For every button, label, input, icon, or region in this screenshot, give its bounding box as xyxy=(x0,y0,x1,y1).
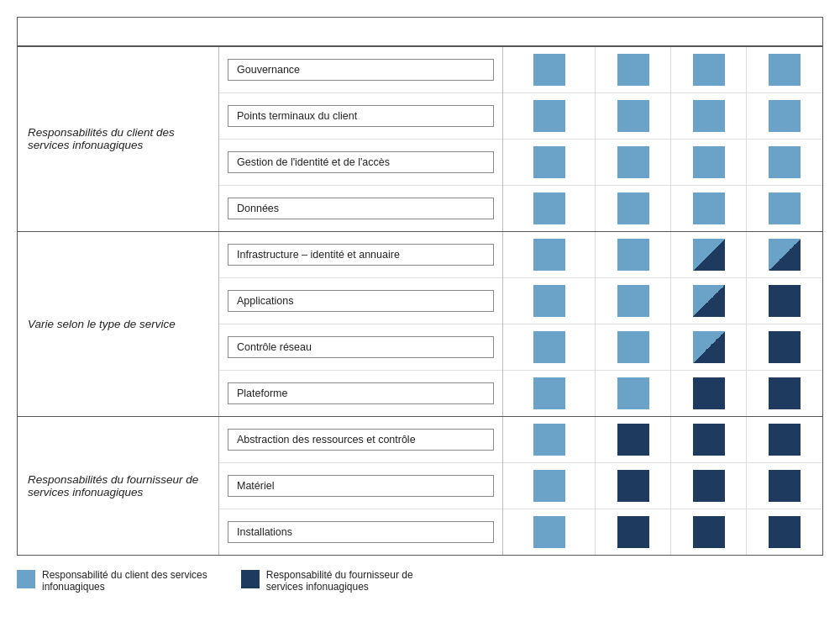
header-ti-col xyxy=(503,18,596,45)
header-iaas-col xyxy=(596,18,671,45)
square-row xyxy=(747,324,822,371)
legend-square-lb xyxy=(17,570,35,588)
square-row xyxy=(596,47,670,93)
sq-col-paas xyxy=(671,417,747,555)
section-varies-by-service: Varie selon le type de serviceInfrastruc… xyxy=(18,231,822,416)
item-label-box: Installations xyxy=(228,521,494,543)
list-item: Matériel xyxy=(219,463,502,509)
square-row xyxy=(747,417,822,463)
square-light-blue xyxy=(617,146,649,178)
square-row xyxy=(503,278,595,324)
square-light-blue xyxy=(769,54,801,86)
square-row xyxy=(503,463,595,509)
list-item: Gestion de l'identité et de l'accès xyxy=(219,140,502,186)
sq-col-iaas xyxy=(596,47,671,231)
legend-label: Responsabilité du client des servicesinf… xyxy=(42,569,207,593)
square-light-blue xyxy=(617,331,649,363)
square-row xyxy=(671,47,746,93)
square-row xyxy=(671,371,746,416)
square-light-blue xyxy=(533,516,565,548)
section-client-responsibilities: Responsabilités du client des services i… xyxy=(18,46,822,231)
square-light-blue xyxy=(617,192,649,224)
square-light-blue xyxy=(533,192,565,224)
square-dark-blue xyxy=(769,470,801,502)
square-row xyxy=(503,232,595,278)
square-dark-blue xyxy=(693,516,725,548)
square-dark-blue xyxy=(769,331,801,363)
square-row xyxy=(503,324,595,371)
list-item: Contrôle réseau xyxy=(219,324,502,371)
square-row xyxy=(596,509,670,555)
sq-col-ti xyxy=(503,232,596,416)
square-row xyxy=(671,93,746,140)
list-item: Applications xyxy=(219,278,502,324)
header-paas-col xyxy=(671,18,747,45)
square-light-blue xyxy=(617,285,649,317)
square-row xyxy=(503,93,595,140)
header-saas-col xyxy=(747,18,822,45)
square-dark-blue xyxy=(769,377,801,409)
square-row xyxy=(671,417,746,463)
square-dark-blue xyxy=(617,516,649,548)
square-light-blue xyxy=(769,146,801,178)
square-row xyxy=(747,47,822,93)
square-light-blue xyxy=(693,146,725,178)
square-row xyxy=(747,509,822,555)
section-provider-responsibilities: Responsabilités du fournisseur de servic… xyxy=(18,416,822,555)
square-row xyxy=(671,232,746,278)
square-half xyxy=(693,239,725,271)
square-row xyxy=(503,417,595,463)
square-row xyxy=(596,140,670,186)
sq-col-saas xyxy=(747,417,822,555)
square-light-blue xyxy=(617,239,649,271)
square-row xyxy=(671,186,746,231)
legend-item-legend-provider: Responsabilité du fournisseur deservices… xyxy=(241,569,413,593)
square-light-blue xyxy=(693,100,725,132)
legend-square-db xyxy=(241,570,260,588)
square-row xyxy=(671,140,746,186)
legend-item-legend-client: Responsabilité du client des servicesinf… xyxy=(17,569,207,593)
legend: Responsabilité du client des servicesinf… xyxy=(17,569,823,593)
square-row xyxy=(596,232,670,278)
square-dark-blue xyxy=(769,424,801,456)
square-light-blue xyxy=(533,239,565,271)
square-light-blue xyxy=(533,285,565,317)
item-label-box: Gestion de l'identité et de l'accès xyxy=(228,151,494,173)
header-items-col xyxy=(219,18,503,45)
square-row xyxy=(747,232,822,278)
square-row xyxy=(671,463,746,509)
square-light-blue xyxy=(693,54,725,86)
square-row xyxy=(747,278,822,324)
square-row xyxy=(596,278,670,324)
square-dark-blue xyxy=(769,516,801,548)
square-light-blue xyxy=(617,54,649,86)
list-item: Points terminaux du client xyxy=(219,93,502,140)
square-row xyxy=(671,509,746,555)
item-label-box: Plateforme xyxy=(228,382,494,404)
square-row xyxy=(596,417,670,463)
square-light-blue xyxy=(533,470,565,502)
item-label-box: Applications xyxy=(228,290,494,312)
square-row xyxy=(503,509,595,555)
square-row xyxy=(747,371,822,416)
square-light-blue xyxy=(533,331,565,363)
diagram-header xyxy=(18,18,822,46)
diagram: Responsabilités du client des services i… xyxy=(17,17,823,556)
sq-col-iaas xyxy=(596,417,671,555)
sq-col-paas xyxy=(671,47,747,231)
sq-col-iaas xyxy=(596,232,671,416)
square-row xyxy=(671,324,746,371)
square-light-blue xyxy=(693,192,725,224)
item-label-box: Contrôle réseau xyxy=(228,336,494,358)
sq-col-paas xyxy=(671,232,747,416)
square-row xyxy=(503,186,595,231)
square-dark-blue xyxy=(693,470,725,502)
item-label-box: Points terminaux du client xyxy=(228,105,494,127)
list-item: Abstraction des ressources et contrôle xyxy=(219,417,502,463)
items-col-client-responsibilities: GouvernancePoints terminaux du clientGes… xyxy=(219,47,503,231)
square-half xyxy=(693,285,725,317)
square-light-blue xyxy=(769,192,801,224)
square-dark-blue xyxy=(617,470,649,502)
square-half xyxy=(769,239,801,271)
item-label-box: Gouvernance xyxy=(228,59,494,81)
